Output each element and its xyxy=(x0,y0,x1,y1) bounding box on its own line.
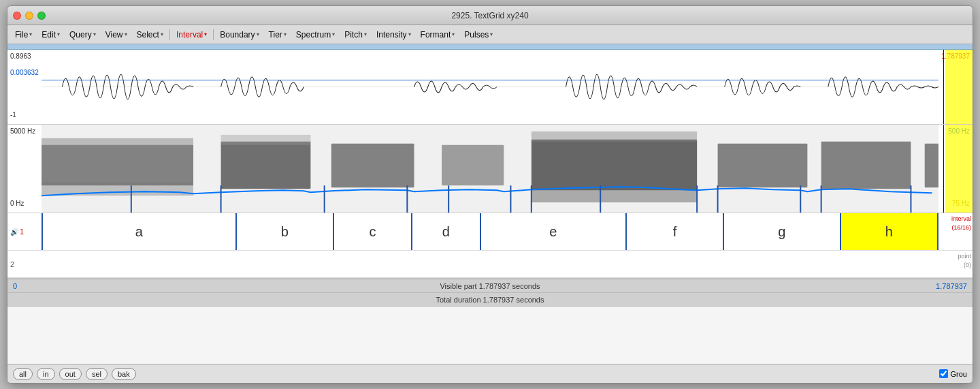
svg-rect-8 xyxy=(331,144,414,188)
visible-part-text: Visible part 1.787937 seconds xyxy=(440,282,540,290)
chevron-down-icon: ▾ xyxy=(57,31,60,37)
interval-h[interactable]: h xyxy=(841,213,937,250)
traffic-lights xyxy=(13,12,46,20)
main-window: 2925. TextGrid xy240 File ▾ Edit ▾ Query… xyxy=(7,5,973,384)
all-button[interactable]: all xyxy=(13,368,33,380)
chevron-down-icon: ▾ xyxy=(161,31,163,37)
tier-2-label: 2 xyxy=(10,260,14,268)
group-checkbox-input[interactable] xyxy=(939,369,948,378)
freq-bottom-label: 0 Hz xyxy=(10,200,24,207)
menubar: File ▾ Edit ▾ Query ▾ View ▾ Select ▾ In… xyxy=(7,25,973,44)
chevron-down-icon: ▾ xyxy=(29,31,32,37)
chevron-down-icon: ▾ xyxy=(93,31,96,37)
amplitude-min-label: -1 xyxy=(10,111,16,119)
tier-1-sidebar: interval (16/16) xyxy=(951,215,971,232)
spectrogram-canvas[interactable] xyxy=(42,125,938,213)
menu-intensity[interactable]: Intensity ▾ xyxy=(372,28,416,42)
in-button[interactable]: in xyxy=(37,368,55,380)
selection-bar xyxy=(7,44,973,50)
tier-1-label: 🔊 1 xyxy=(10,228,24,236)
spec-selection-highlight xyxy=(945,125,973,213)
interval-e[interactable]: e xyxy=(481,213,625,250)
tier-1-content[interactable]: a b c d e xyxy=(42,213,938,250)
visible-part-row: 0 Visible part 1.787937 seconds 1.787937 xyxy=(7,279,973,293)
menu-separator xyxy=(169,29,170,40)
svg-rect-13 xyxy=(718,144,808,188)
time-end-status-label: 1.787937 xyxy=(936,282,967,290)
close-button[interactable] xyxy=(13,12,21,20)
tier-1-row[interactable]: 🔊 1 a b c xyxy=(7,213,973,251)
interval-d[interactable]: d xyxy=(412,213,480,250)
window-title: 2925. TextGrid xy240 xyxy=(451,11,528,20)
menu-file[interactable]: File ▾ xyxy=(10,28,37,42)
tier-2-sidebar: point (0) xyxy=(958,252,971,269)
chevron-down-icon: ▾ xyxy=(364,31,367,37)
bak-button[interactable]: bak xyxy=(112,368,136,380)
amplitude-max-label: 0.8963 xyxy=(10,52,31,60)
chevron-down-icon: ▾ xyxy=(125,31,127,37)
menu-separator xyxy=(213,29,214,40)
waveform-svg xyxy=(42,57,938,117)
waveform-canvas[interactable] xyxy=(42,57,938,117)
svg-rect-3 xyxy=(42,145,193,186)
waveform-panel[interactable]: 0.8963 0.003632 -1 1.787937 xyxy=(7,50,973,125)
titlebar: 2925. TextGrid xy240 xyxy=(7,6,973,25)
spectrogram-panel[interactable]: 5000 Hz 0 Hz 500 Hz 75 Hz xyxy=(7,125,973,213)
amplitude-blue-label: 0.003632 xyxy=(10,69,39,76)
svg-rect-5 xyxy=(42,182,193,196)
svg-rect-4 xyxy=(42,138,193,149)
menu-view[interactable]: View ▾ xyxy=(101,28,132,42)
menu-select[interactable]: Select ▾ xyxy=(132,28,168,42)
bottom-bar: all in out sel bak Grou xyxy=(7,364,973,383)
svg-rect-6 xyxy=(221,142,311,189)
menu-pulses[interactable]: Pulses ▾ xyxy=(459,28,497,42)
spectrogram-svg xyxy=(42,125,938,213)
speaker-icon: 🔊 xyxy=(10,228,18,236)
group-checkbox-area[interactable]: Grou xyxy=(939,369,967,378)
interval-c[interactable]: c xyxy=(334,213,411,250)
interval-g[interactable]: g xyxy=(724,213,840,250)
svg-rect-9 xyxy=(442,145,504,186)
time-start-label: 0 xyxy=(13,282,17,290)
interval-b[interactable]: b xyxy=(237,213,333,250)
menu-spectrum[interactable]: Spectrum ▾ xyxy=(291,28,340,42)
boundary-line xyxy=(937,213,938,250)
chevron-down-icon: ▾ xyxy=(284,31,287,37)
group-label: Grou xyxy=(951,370,967,378)
menu-boundary[interactable]: Boundary ▾ xyxy=(215,28,263,42)
menu-tier[interactable]: Tier ▾ xyxy=(264,28,291,42)
freq-top-label: 5000 Hz xyxy=(10,127,35,135)
spec-cursor-line xyxy=(943,125,944,213)
tier-2-row[interactable]: 2 point (0) xyxy=(7,251,973,278)
svg-rect-11 xyxy=(532,131,697,142)
menu-edit[interactable]: Edit ▾ xyxy=(37,28,65,42)
svg-rect-7 xyxy=(221,135,311,145)
menu-formant[interactable]: Formant ▾ xyxy=(416,28,460,42)
cursor-line xyxy=(943,50,944,124)
status-area: 0 Visible part 1.787937 seconds 1.787937… xyxy=(7,279,973,307)
main-content: 0.8963 0.003632 -1 1.787937 xyxy=(7,44,973,364)
svg-rect-10 xyxy=(532,140,697,190)
menu-interval[interactable]: Interval ▾ xyxy=(172,28,212,42)
maximize-button[interactable] xyxy=(37,12,46,20)
chevron-down-icon: ▾ xyxy=(490,31,493,37)
minimize-button[interactable] xyxy=(25,12,33,20)
sel-button[interactable]: sel xyxy=(86,368,108,380)
chevron-down-icon: ▾ xyxy=(408,31,411,37)
chevron-down-icon: ▾ xyxy=(332,31,335,37)
out-button[interactable]: out xyxy=(59,368,82,380)
interval-f[interactable]: f xyxy=(627,213,723,250)
menu-query[interactable]: Query ▾ xyxy=(65,28,101,42)
menu-pitch[interactable]: Pitch ▾ xyxy=(340,28,372,42)
interval-a[interactable]: a xyxy=(43,213,235,250)
selection-highlight xyxy=(945,50,973,124)
chevron-down-icon: ▾ xyxy=(204,31,207,37)
total-duration-row: Total duration 1.787937 seconds xyxy=(7,293,973,307)
chevron-down-icon: ▾ xyxy=(452,31,455,37)
svg-rect-15 xyxy=(925,144,938,188)
chevron-down-icon: ▾ xyxy=(257,31,259,37)
total-duration-text: Total duration 1.787937 seconds xyxy=(436,296,544,304)
svg-rect-14 xyxy=(821,142,911,189)
tier-area: 🔊 1 a b c xyxy=(7,213,973,279)
